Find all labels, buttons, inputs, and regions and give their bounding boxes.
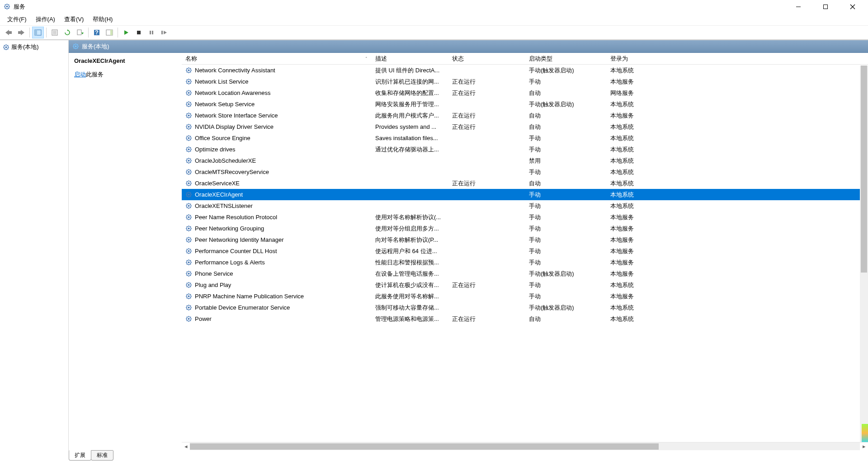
- service-name: OracleXEClrAgent: [195, 191, 243, 198]
- list-row[interactable]: Power管理电源策略和电源策...正在运行自动本地系统: [182, 313, 868, 325]
- color-indicator: [862, 424, 868, 442]
- export-list-button[interactable]: [74, 27, 86, 38]
- svg-marker-29: [124, 30, 128, 35]
- service-logon: 本地服务: [607, 258, 679, 268]
- service-status: 正在运行: [448, 122, 525, 132]
- service-desc: 使用对等名称解析协议(...: [372, 212, 448, 222]
- service-logon: 本地系统: [607, 303, 679, 313]
- tree-root-item[interactable]: 服务(本地): [0, 42, 68, 52]
- gear-icon: [185, 270, 192, 277]
- refresh-button[interactable]: [61, 27, 73, 38]
- service-status: 正在运行: [448, 88, 525, 98]
- menu-file[interactable]: 文件(F): [3, 14, 31, 25]
- svg-text:?: ?: [95, 29, 99, 36]
- list-row[interactable]: Network List Service识别计算机已连接的网...正在运行手动本…: [182, 76, 868, 87]
- pane-header: 服务(本地): [69, 40, 868, 53]
- list-row[interactable]: Optimize drives通过优化存储驱动器上...手动本地系统: [182, 144, 868, 155]
- service-status: [448, 70, 525, 71]
- list-row[interactable]: Network Location Awareness收集和存储网络的配置...正…: [182, 87, 868, 99]
- service-status: [448, 239, 525, 241]
- service-status: 正在运行: [448, 111, 525, 121]
- service-desc: 使用对等分组启用多方...: [372, 224, 448, 234]
- pause-service-button[interactable]: [146, 27, 157, 38]
- col-name[interactable]: 名称˄: [182, 53, 372, 65]
- list-row[interactable]: Phone Service在设备上管理电话服务...手动(触发器启动)本地服务: [182, 268, 868, 279]
- service-desc: Provides system and ...: [372, 122, 448, 131]
- restart-service-button[interactable]: [158, 27, 170, 38]
- start-service-button[interactable]: [120, 27, 132, 38]
- list-row[interactable]: Portable Device Enumerator Service强制可移动大…: [182, 302, 868, 313]
- service-startup: 手动: [525, 133, 607, 143]
- service-logon: 本地服务: [607, 269, 679, 279]
- forward-button[interactable]: [15, 27, 27, 38]
- col-logon[interactable]: 登录为: [607, 53, 679, 65]
- col-startup[interactable]: 启动类型: [525, 53, 607, 65]
- svg-rect-31: [150, 31, 151, 34]
- service-logon: 本地系统: [607, 167, 679, 177]
- action-pane-button[interactable]: [104, 27, 115, 38]
- list-row[interactable]: OracleXEClrAgent手动本地系统: [182, 189, 868, 200]
- menu-action[interactable]: 操作(A): [31, 14, 60, 25]
- list-row[interactable]: PNRP Machine Name Publication Service此服务…: [182, 291, 868, 302]
- service-name: Portable Device Enumerator Service: [195, 304, 290, 311]
- close-button[interactable]: [844, 1, 861, 12]
- properties-button[interactable]: [49, 27, 61, 38]
- tab-extended[interactable]: 扩展: [69, 450, 91, 461]
- service-desc: 提供 UI 组件的 DirectA...: [372, 66, 448, 75]
- service-status: 正在运行: [448, 77, 525, 87]
- service-logon: 本地系统: [607, 99, 679, 109]
- list-row[interactable]: Network Setup Service网络安装服务用于管理...手动(触发器…: [182, 99, 868, 110]
- svg-rect-11: [824, 5, 828, 9]
- svg-rect-23: [77, 30, 81, 35]
- list-row[interactable]: Peer Networking Grouping使用对等分组启用多方...手动本…: [182, 223, 868, 234]
- service-logon: 本地服务: [607, 111, 679, 121]
- service-logon: 本地系统: [607, 314, 679, 324]
- list-row[interactable]: Office Source EngineSaves installation f…: [182, 132, 868, 144]
- service-desc: [372, 183, 448, 184]
- gear-icon: [72, 43, 79, 50]
- show-hide-tree-button[interactable]: [32, 27, 44, 38]
- service-name: Network Setup Service: [195, 101, 255, 108]
- list-row[interactable]: Performance Counter DLL Host使远程用户和 64 位进…: [182, 245, 868, 257]
- menu-view[interactable]: 查看(V): [60, 14, 88, 25]
- minimize-button[interactable]: [790, 1, 807, 12]
- scroll-left-icon[interactable]: ◂: [182, 442, 190, 451]
- gear-icon: [185, 236, 192, 243]
- gear-icon: [185, 248, 192, 254]
- list-row[interactable]: Performance Logs & Alerts性能日志和警报根据预...手动…: [182, 257, 868, 268]
- horizontal-scrollbar[interactable]: ◂ ▸: [182, 442, 868, 450]
- menu-help[interactable]: 帮助(H): [88, 14, 117, 25]
- service-status: [448, 171, 525, 173]
- service-logon: 本地系统: [607, 66, 679, 75]
- list-row[interactable]: OracleJobSchedulerXE禁用本地系统: [182, 155, 868, 166]
- service-status: [448, 160, 525, 162]
- vertical-scrollbar[interactable]: [860, 66, 868, 442]
- col-desc[interactable]: 描述: [372, 53, 448, 65]
- list-row[interactable]: Network Connectivity Assistant提供 UI 组件的 …: [182, 65, 868, 76]
- list-row[interactable]: OracleMTSRecoveryService手动本地系统: [182, 166, 868, 178]
- list-row[interactable]: Peer Networking Identity Manager向对等名称解析协…: [182, 234, 868, 245]
- start-link[interactable]: 启动: [74, 71, 86, 78]
- back-button[interactable]: [3, 27, 14, 38]
- window-title: 服务: [14, 3, 790, 11]
- service-name: Network Store Interface Service: [195, 112, 278, 119]
- help-button[interactable]: ?: [91, 27, 103, 38]
- gear-icon: [185, 225, 192, 232]
- service-status: [448, 250, 525, 252]
- gear-icon: [185, 146, 192, 153]
- scroll-right-icon[interactable]: ▸: [860, 442, 868, 451]
- maximize-button[interactable]: [817, 1, 834, 12]
- stop-service-button[interactable]: [133, 27, 145, 38]
- svg-rect-17: [35, 30, 37, 35]
- list-row[interactable]: Network Store Interface Service此服务向用户模式客…: [182, 110, 868, 121]
- list-row[interactable]: Peer Name Resolution Protocol使用对等名称解析协议(…: [182, 212, 868, 223]
- service-desc: 使远程用户和 64 位进...: [372, 246, 448, 256]
- tab-standard[interactable]: 标准: [91, 451, 113, 461]
- list-row[interactable]: OracleXETNSListener手动本地系统: [182, 200, 868, 212]
- list-row[interactable]: NVIDIA Display Driver ServiceProvides sy…: [182, 121, 868, 132]
- service-startup: 自动: [525, 111, 607, 121]
- col-status[interactable]: 状态: [448, 53, 525, 65]
- service-startup: 手动: [525, 280, 607, 290]
- list-row[interactable]: OracleServiceXE正在运行自动本地系统: [182, 178, 868, 189]
- list-row[interactable]: Plug and Play使计算机在极少或没有...正在运行手动本地系统: [182, 279, 868, 291]
